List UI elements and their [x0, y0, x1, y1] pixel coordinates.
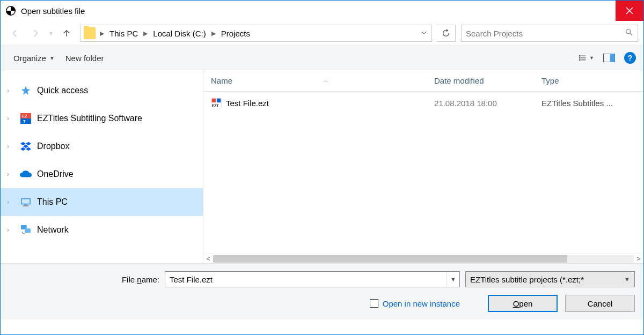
nav-toolbar: ▼ ▶ This PC ▶ Local Disk (C:) ▶ Projects	[1, 21, 643, 46]
refresh-button[interactable]	[436, 25, 456, 42]
sidebar-item-label: OneDrive	[37, 169, 74, 179]
app-icon	[6, 6, 16, 16]
search-input[interactable]	[466, 29, 625, 38]
filter-label: EZTitles subtitle projects (*.ezt;*	[470, 275, 584, 284]
svg-rect-6	[581, 57, 586, 58]
column-date[interactable]: Date modified	[434, 76, 541, 85]
details-view-icon	[579, 54, 587, 62]
svg-rect-16	[24, 205, 27, 206]
breadcrumb-local-disk[interactable]: Local Disk (C:)	[149, 29, 210, 38]
scroll-thumb[interactable]	[213, 255, 567, 263]
chevron-down-icon	[421, 29, 427, 36]
column-name[interactable]: Name	[211, 76, 232, 85]
column-type[interactable]: Type	[541, 76, 643, 85]
scroll-left-icon[interactable]: <	[203, 255, 213, 263]
command-toolbar: Organize ▼ New folder ▼ ?	[1, 46, 643, 70]
svg-rect-4	[579, 59, 581, 61]
folder-icon	[84, 27, 96, 39]
ezt-file-icon: EZT	[211, 98, 222, 108]
arrow-up-icon	[62, 28, 71, 38]
svg-text:T: T	[23, 119, 26, 124]
expand-icon[interactable]: ›	[7, 115, 14, 122]
filename-input[interactable]	[165, 275, 447, 284]
forward-button[interactable]	[26, 24, 45, 42]
onedrive-icon	[20, 168, 32, 180]
scroll-track[interactable]	[213, 255, 634, 263]
file-type: EZTitles Subtitles ...	[541, 99, 643, 108]
view-options-button[interactable]: ▼	[579, 50, 594, 65]
arrow-left-icon	[10, 28, 20, 38]
preview-pane-button[interactable]	[602, 50, 617, 65]
search-box[interactable]	[461, 25, 638, 42]
filetype-filter[interactable]: EZTitles subtitle projects (*.ezt;* ▼	[465, 271, 635, 287]
expand-icon[interactable]: ›	[7, 87, 14, 94]
filename-combobox[interactable]: ▼	[165, 271, 460, 287]
expand-icon[interactable]: ›	[7, 226, 14, 234]
recent-dropdown[interactable]: ▼	[47, 24, 55, 42]
svg-rect-21	[212, 99, 216, 103]
svg-rect-2	[579, 55, 581, 57]
svg-rect-11	[20, 118, 31, 124]
back-button[interactable]	[6, 24, 24, 42]
filename-dropdown[interactable]: ▼	[447, 272, 459, 287]
open-button[interactable]: Open	[488, 295, 558, 312]
titlebar: Open subtitles file	[1, 1, 643, 21]
filename-label: File name:	[9, 275, 159, 284]
preview-pane-icon	[603, 54, 615, 62]
svg-point-1	[626, 29, 631, 34]
chevron-right-icon: ▶	[142, 30, 149, 37]
svg-text:EZT: EZT	[212, 104, 219, 108]
chevron-down-icon: ▼	[450, 276, 456, 282]
up-button[interactable]	[57, 24, 76, 42]
breadcrumb-this-pc[interactable]: This PC	[105, 29, 142, 38]
sidebar-item-quick-access[interactable]: › Quick access	[1, 77, 203, 105]
horizontal-scrollbar[interactable]: < >	[203, 254, 643, 263]
help-button[interactable]: ?	[624, 52, 636, 64]
breadcrumb-bar[interactable]: ▶ This PC ▶ Local Disk (C:) ▶ Projects	[80, 25, 432, 42]
checkbox-icon	[370, 299, 378, 308]
refresh-icon	[442, 29, 450, 38]
expand-icon[interactable]: ›	[7, 143, 14, 150]
breadcrumb-projects[interactable]: Projects	[217, 29, 254, 38]
network-icon	[20, 224, 32, 236]
cancel-button[interactable]: Cancel	[565, 295, 635, 312]
organize-label: Organize	[13, 54, 46, 63]
sidebar-item-onedrive[interactable]: › OneDrive	[1, 160, 203, 188]
file-date: 21.08.2018 18:00	[434, 99, 541, 108]
organize-button[interactable]: Organize ▼	[8, 50, 60, 66]
sidebar-item-eztitles[interactable]: › EZT EZTitles Subtitling Software	[1, 105, 203, 132]
scroll-right-icon[interactable]: >	[634, 255, 643, 263]
svg-rect-15	[22, 199, 30, 204]
svg-rect-7	[581, 59, 586, 60]
sort-indicator-icon: ︿	[324, 77, 328, 84]
svg-rect-5	[581, 56, 586, 56]
open-new-instance-checkbox[interactable]: Open in new instance	[370, 299, 460, 308]
dropbox-icon	[20, 140, 32, 152]
search-icon	[625, 28, 633, 39]
expand-icon[interactable]: ›	[7, 170, 14, 178]
chevron-down-icon: ▼	[49, 55, 55, 61]
window-title: Open subtitles file	[21, 6, 85, 16]
file-list-panel: Name︿ Date modified Type EZT Test File.e…	[203, 70, 643, 263]
expand-icon[interactable]: ›	[7, 198, 14, 206]
sidebar-item-label: Quick access	[37, 86, 88, 95]
checkbox-label: Open in new instance	[383, 299, 460, 308]
monitor-icon	[20, 196, 32, 208]
svg-rect-9	[610, 54, 615, 62]
sidebar-item-label: Network	[37, 225, 69, 235]
svg-text:EZ: EZ	[22, 114, 27, 118]
chevron-right-icon: ▶	[210, 30, 217, 37]
svg-rect-17	[23, 205, 29, 206]
sidebar-item-dropbox[interactable]: › Dropbox	[1, 132, 203, 160]
breadcrumb-dropdown[interactable]	[416, 28, 431, 38]
close-button[interactable]	[616, 1, 643, 21]
chevron-down-icon: ▼	[624, 276, 630, 282]
svg-rect-19	[25, 228, 31, 233]
sidebar-item-network[interactable]: › Network	[1, 216, 203, 244]
new-folder-button[interactable]: New folder	[60, 50, 109, 66]
sidebar-item-this-pc[interactable]: › This PC	[1, 188, 203, 216]
file-name: Test File.ezt	[226, 99, 269, 108]
file-row[interactable]: EZT Test File.ezt 21.08.2018 18:00 EZTit…	[203, 92, 643, 114]
help-icon: ?	[628, 54, 633, 62]
chevron-down-icon: ▼	[589, 55, 594, 61]
